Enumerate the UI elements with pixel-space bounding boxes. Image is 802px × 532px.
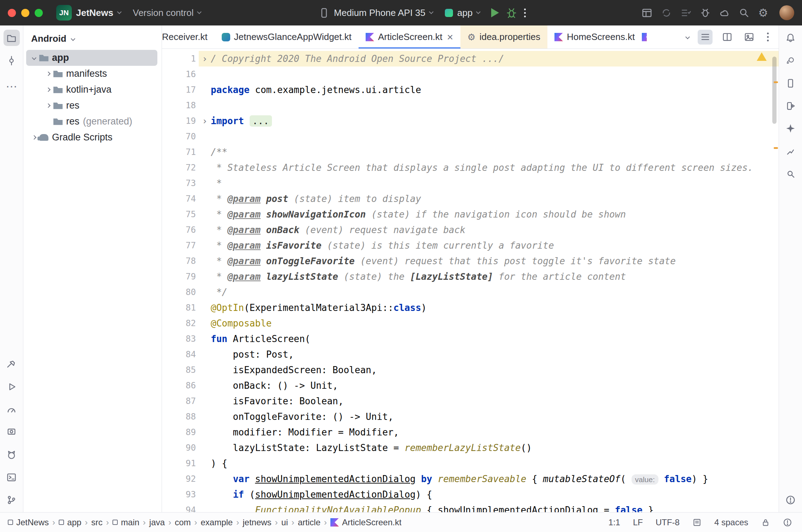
code-line-76[interactable]: 76 * @param onBack (event) request navig… <box>162 222 779 238</box>
minimize-window-button[interactable] <box>21 9 29 17</box>
line-number[interactable]: 88 <box>162 409 199 424</box>
commit-tool-button[interactable] <box>4 52 20 69</box>
line-number[interactable]: 75 <box>162 207 199 222</box>
error-indicator-icon[interactable] <box>783 518 792 527</box>
code-line-73[interactable]: 73 * <box>162 175 779 191</box>
tree-item-app[interactable]: app <box>26 50 157 66</box>
line-number[interactable]: 1 <box>162 51 199 66</box>
line-number[interactable]: 72 <box>162 160 199 175</box>
code-line-19[interactable]: 19›import ... <box>162 113 779 129</box>
breadcrumb-item-ui[interactable]: ui <box>281 517 288 527</box>
search-icon[interactable] <box>739 7 750 18</box>
terminal-tool-button[interactable] <box>4 469 20 485</box>
code-line-77[interactable]: 77 * @param isFavorite (state) is this i… <box>162 238 779 253</box>
reader-mode-icon[interactable] <box>692 518 702 527</box>
breadcrumb-item-java[interactable]: java <box>149 517 165 527</box>
find-tool-button[interactable] <box>783 166 799 182</box>
line-number[interactable]: 91 <box>162 456 199 471</box>
settings-gear-icon[interactable]: ⚙ <box>758 7 768 18</box>
clipped-tab[interactable] <box>642 25 647 48</box>
code-line-72[interactable]: 72 * Stateless Article Screen that displ… <box>162 160 779 175</box>
project-tool-button[interactable] <box>4 30 20 46</box>
line-separator[interactable]: LF <box>633 517 643 527</box>
tree-item-gradle-scripts[interactable]: Gradle Scripts <box>26 129 157 145</box>
line-number[interactable]: 18 <box>162 98 199 113</box>
code-line-79[interactable]: 79 * @param lazyListState (state) the [L… <box>162 269 779 284</box>
warning-stripe-mark[interactable] <box>774 147 778 149</box>
editor-scrollbar[interactable] <box>772 57 777 124</box>
tree-item-manifests[interactable]: manifests <box>26 66 157 82</box>
code-line-80[interactable]: 80 */ <box>162 284 779 300</box>
chevron-down-icon[interactable] <box>32 56 36 60</box>
line-number[interactable]: 74 <box>162 191 199 207</box>
zoom-window-button[interactable] <box>35 9 43 17</box>
breadcrumb-item-jetnews[interactable]: jetnews <box>243 517 271 527</box>
tab-homescreens-kt[interactable]: HomeScreens.kt <box>547 25 642 48</box>
tab-idea-properties[interactable]: ⚙idea.properties <box>460 25 547 48</box>
more-run-actions-button[interactable] <box>521 8 529 17</box>
code-line-82[interactable]: 82@Composable <box>162 316 779 331</box>
code-line-16[interactable]: 16 <box>162 66 779 82</box>
line-number[interactable]: 89 <box>162 424 199 440</box>
breadcrumb-item-main[interactable]: main <box>112 517 139 527</box>
close-window-button[interactable] <box>8 9 16 17</box>
view-mode-button[interactable] <box>698 30 713 45</box>
code-line-17[interactable]: 17package com.example.jetnews.ui.article <box>162 82 779 98</box>
line-number[interactable]: 70 <box>162 129 199 144</box>
line-number[interactable]: 79 <box>162 269 199 284</box>
caret-position[interactable]: 1:1 <box>609 517 620 527</box>
line-number[interactable]: 86 <box>162 378 199 393</box>
breadcrumb-item-article[interactable]: article <box>298 517 320 527</box>
app-insights-button[interactable] <box>783 143 799 159</box>
line-number[interactable]: 83 <box>162 331 199 347</box>
breadcrumb-item-app[interactable]: app <box>59 517 81 527</box>
more-editor-actions-button[interactable] <box>763 33 772 41</box>
code-line-1[interactable]: 1›/ Copyright 2020 The Android Open Sour… <box>162 51 779 66</box>
task-list-icon[interactable] <box>680 7 691 18</box>
tab-receiver-kt[interactable]: Receiver.kt <box>162 25 215 48</box>
hidden-tabs-chevron-icon[interactable] <box>685 35 690 39</box>
logcat-tool-button[interactable] <box>4 446 20 463</box>
vcs-widget-button[interactable]: Version control <box>129 5 205 21</box>
line-number[interactable]: 81 <box>162 300 199 316</box>
tree-item-kotlin-java[interactable]: kotlin+java <box>26 82 157 98</box>
code-line-90[interactable]: 90 lazyListState: LazyListState = rememb… <box>162 440 779 456</box>
code-line-88[interactable]: 88 onToggleFavorite: () -> Unit, <box>162 409 779 424</box>
breadcrumb-item-com[interactable]: com <box>175 517 191 527</box>
split-editor-button[interactable] <box>720 30 734 45</box>
code-line-91[interactable]: 91) { <box>162 456 779 471</box>
notifications-button[interactable] <box>783 30 799 46</box>
tree-item-res-generated[interactable]: res(generated) <box>26 114 157 129</box>
more-tool-windows-button[interactable]: … <box>4 75 20 91</box>
breadcrumb-item-src[interactable]: src <box>91 517 103 527</box>
line-number[interactable]: 93 <box>162 487 199 502</box>
code-line-89[interactable]: 89 modifier: Modifier = Modifier, <box>162 424 779 440</box>
run-button[interactable] <box>491 8 499 17</box>
line-number[interactable]: 80 <box>162 284 199 300</box>
bug-report-icon[interactable] <box>700 7 711 18</box>
chevron-right-icon[interactable] <box>46 87 51 92</box>
project-widget-button[interactable]: JN JetNews <box>52 2 125 23</box>
lock-icon[interactable] <box>761 518 770 527</box>
breadcrumb-item-jetnews[interactable]: JetNews <box>8 517 49 527</box>
inspections-warning-icon[interactable] <box>757 52 767 61</box>
warning-stripe-mark[interactable] <box>774 81 778 83</box>
line-number[interactable]: 71 <box>162 144 199 160</box>
preview-button[interactable] <box>742 30 756 45</box>
line-number[interactable]: 87 <box>162 393 199 409</box>
breadcrumb-item-example[interactable]: example <box>200 517 233 527</box>
indent-config[interactable]: 4 spaces <box>714 517 748 527</box>
chevron-right-icon[interactable] <box>32 135 36 140</box>
fold-icon[interactable]: › <box>199 51 211 66</box>
line-number[interactable]: 94 <box>162 502 199 512</box>
line-number[interactable]: 82 <box>162 316 199 331</box>
debug-button[interactable] <box>506 7 517 18</box>
chevron-right-icon[interactable] <box>46 103 51 108</box>
line-number[interactable]: 85 <box>162 362 199 378</box>
code-line-81[interactable]: 81@OptIn(ExperimentalMaterial3Api::class… <box>162 300 779 316</box>
line-number[interactable]: 16 <box>162 66 199 82</box>
line-number[interactable]: 92 <box>162 471 199 487</box>
gradle-tool-button[interactable] <box>783 52 799 69</box>
sync-icon[interactable] <box>661 7 672 18</box>
code-line-87[interactable]: 87 isFavorite: Boolean, <box>162 393 779 409</box>
